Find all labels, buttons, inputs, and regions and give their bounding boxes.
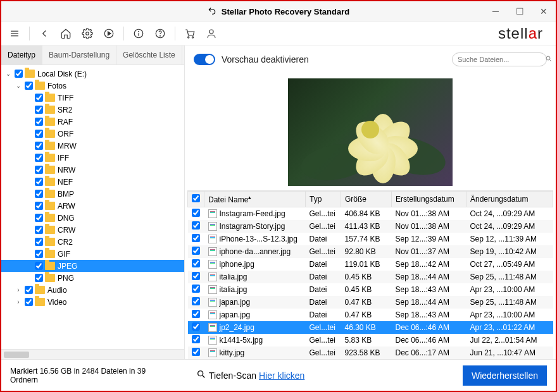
- tree-checkbox[interactable]: [35, 226, 43, 234]
- home-button[interactable]: [56, 24, 75, 43]
- back-button[interactable]: [35, 24, 54, 43]
- table-row[interactable]: japan.jpg Datei 0.47 KB Sep 18...:44 AM …: [188, 296, 553, 309]
- row-checkbox[interactable]: [192, 259, 200, 267]
- row-checkbox[interactable]: [192, 209, 200, 217]
- tree-checkbox[interactable]: [35, 202, 43, 210]
- tree-node[interactable]: NEF: [1, 176, 184, 188]
- tree-node[interactable]: MRW: [1, 140, 184, 152]
- tree-node[interactable]: GIF: [1, 248, 184, 260]
- info-button[interactable]: [129, 24, 148, 43]
- menu-button[interactable]: [5, 24, 24, 43]
- maximize-button[interactable]: ☐: [508, 1, 532, 21]
- tree-node[interactable]: CRW: [1, 224, 184, 236]
- row-checkbox[interactable]: [192, 234, 200, 242]
- tree-checkbox[interactable]: [25, 298, 33, 306]
- close-button[interactable]: ✕: [532, 1, 556, 21]
- col-created[interactable]: Erstellungsdatum: [392, 192, 466, 207]
- row-checkbox[interactable]: [192, 272, 200, 280]
- tree-checkbox[interactable]: [35, 238, 43, 246]
- settings-button[interactable]: [78, 24, 97, 43]
- tab-geloeschte[interactable]: Gelöschte Liste: [116, 46, 182, 64]
- horizontal-scrollbar[interactable]: [1, 349, 184, 359]
- tree-checkbox[interactable]: [35, 166, 43, 174]
- row-checkbox[interactable]: [192, 285, 200, 293]
- tree-checkbox[interactable]: [35, 190, 43, 198]
- select-all-checkbox[interactable]: [192, 194, 200, 202]
- cart-button[interactable]: [180, 24, 199, 43]
- restore-button[interactable]: Wiederherstellen: [463, 365, 547, 386]
- col-name[interactable]: Datei Name▴: [204, 192, 306, 207]
- tree-checkbox[interactable]: [25, 286, 33, 294]
- tree-node[interactable]: NRW: [1, 164, 184, 176]
- table-row[interactable]: Instagram-Story.jpg Gel...tei 411.43 KB …: [188, 220, 553, 233]
- col-typ[interactable]: Typ: [306, 192, 341, 207]
- tree-node[interactable]: ARW: [1, 200, 184, 212]
- file-table-wrap[interactable]: Datei Name▴ Typ Größe Erstellungsdatum Ä…: [187, 190, 553, 359]
- tree-checkbox[interactable]: [35, 214, 43, 222]
- row-checkbox[interactable]: [192, 247, 200, 255]
- table-row[interactable]: iPhone-13-...S-12.3.jpg Datei 157.74 KB …: [188, 233, 553, 245]
- preview-toggle[interactable]: [194, 54, 215, 65]
- expand-icon[interactable]: ›: [14, 286, 23, 293]
- tree-node[interactable]: ›Video: [1, 296, 184, 308]
- col-modified[interactable]: Änderungsdatum: [466, 192, 553, 207]
- tree-checkbox[interactable]: [35, 178, 43, 186]
- tree-checkbox[interactable]: [35, 142, 43, 150]
- row-checkbox[interactable]: [192, 322, 200, 331]
- tree-node[interactable]: DNG: [1, 212, 184, 224]
- cell-modified: Apr 23, ...10:00 AM: [466, 283, 553, 296]
- tree-node[interactable]: IFF: [1, 152, 184, 164]
- svg-point-11: [188, 37, 189, 38]
- expand-icon[interactable]: ⌄: [14, 82, 23, 89]
- user-button[interactable]: [202, 24, 221, 43]
- row-checkbox[interactable]: [192, 310, 200, 318]
- tree-label: MRW: [58, 142, 77, 150]
- expand-icon[interactable]: ›: [14, 298, 23, 305]
- tree-checkbox[interactable]: [35, 274, 43, 282]
- table-row[interactable]: italia.jpg Datei 0.45 KB Sep 18...:43 AM…: [188, 283, 553, 296]
- tree-checkbox[interactable]: [35, 250, 43, 258]
- tree-checkbox[interactable]: [35, 262, 43, 270]
- table-row[interactable]: italia.jpg Datei 0.45 KB Sep 18...:44 AM…: [188, 271, 553, 283]
- file-tree[interactable]: ⌄Local Disk (E:)⌄FotosTIFFSR2RAFORFMRWIF…: [1, 65, 184, 349]
- row-checkbox[interactable]: [192, 221, 200, 230]
- tree-node[interactable]: RAF: [1, 116, 184, 128]
- tree-node[interactable]: ›Audio: [1, 284, 184, 296]
- table-row[interactable]: iphone-da...anner.jpg Gel...tei 92.80 KB…: [188, 245, 553, 258]
- tree-node[interactable]: ⌄Fotos: [1, 80, 184, 92]
- tree-node[interactable]: JPEG: [1, 260, 184, 272]
- table-row[interactable]: kitty.jpg Gel...tei 923.58 KB Dec 06...:…: [188, 346, 553, 359]
- tree-node[interactable]: CR2: [1, 236, 184, 248]
- table-row[interactable]: k1441-5x.jpg Gel...tei 5.83 KB Dec 06...…: [188, 334, 553, 346]
- search-input[interactable]: [458, 56, 545, 63]
- tree-checkbox[interactable]: [35, 118, 43, 126]
- help-button[interactable]: [151, 24, 170, 43]
- tree-node[interactable]: SR2: [1, 104, 184, 116]
- resume-button[interactable]: [99, 24, 118, 43]
- tree-node[interactable]: ORF: [1, 128, 184, 140]
- tree-checkbox[interactable]: [35, 130, 43, 138]
- table-row[interactable]: jp2_24.jpg Gel...tei 46.30 KB Dec 06...:…: [188, 321, 553, 334]
- tree-checkbox[interactable]: [35, 106, 43, 114]
- col-size[interactable]: Größe: [341, 192, 392, 207]
- row-checkbox[interactable]: [192, 348, 200, 356]
- tree-node[interactable]: ⌄Local Disk (E:): [1, 68, 184, 80]
- table-row[interactable]: iphone.jpg Datei 119.01 KB Sep 18...:42 …: [188, 258, 553, 271]
- minimize-button[interactable]: ─: [484, 1, 508, 21]
- deep-scan-link[interactable]: Hier klicken: [259, 371, 304, 381]
- tree-checkbox[interactable]: [15, 70, 23, 78]
- tree-node[interactable]: PNG: [1, 272, 184, 284]
- tree-node[interactable]: BMP: [1, 188, 184, 200]
- tab-baum[interactable]: Baum-Darstellung: [42, 46, 116, 64]
- row-checkbox[interactable]: [192, 335, 200, 343]
- table-row[interactable]: Instagram-Feed.jpg Gel...tei 406.84 KB N…: [188, 207, 553, 221]
- search-box[interactable]: [452, 52, 547, 66]
- tab-dateityp[interactable]: Dateityp: [1, 46, 42, 64]
- expand-icon[interactable]: ⌄: [4, 70, 13, 77]
- tree-checkbox[interactable]: [35, 94, 43, 102]
- tree-checkbox[interactable]: [35, 154, 43, 162]
- row-checkbox[interactable]: [192, 297, 200, 305]
- table-row[interactable]: japan.jpg Datei 0.47 KB Sep 18...:43 AM …: [188, 309, 553, 321]
- tree-node[interactable]: TIFF: [1, 92, 184, 104]
- tree-checkbox[interactable]: [25, 82, 33, 90]
